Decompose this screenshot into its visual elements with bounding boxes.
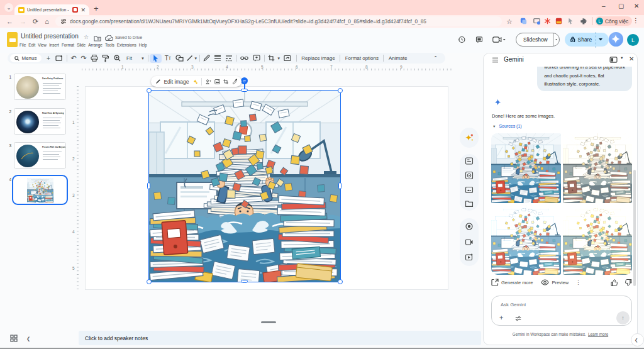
format-options-button[interactable]: Format options xyxy=(342,55,382,61)
crop-icon[interactable] xyxy=(266,53,277,64)
preview-eye-icon[interactable] xyxy=(541,279,549,285)
user-avatar[interactable]: L xyxy=(627,34,639,46)
comments-icon[interactable] xyxy=(475,36,483,43)
rail-record-icon[interactable] xyxy=(465,223,474,231)
omnibox[interactable]: docs.google.com/presentation/d/1WJNUaeu7… xyxy=(55,16,502,26)
gemini-spark-button[interactable] xyxy=(609,32,623,47)
refresh-icon[interactable]: ⟳ xyxy=(33,18,38,26)
menu-format[interactable]: Format xyxy=(60,41,75,50)
more-options-icon[interactable]: ⋮ xyxy=(575,280,580,285)
tab-close-icon[interactable]: ✕ xyxy=(80,7,86,13)
resize-handle-nw[interactable] xyxy=(147,88,152,93)
line-tool-icon[interactable] xyxy=(186,53,194,64)
rail-calendar-icon[interactable] xyxy=(465,157,474,165)
document-title[interactable]: Untitled presentation xyxy=(21,33,79,40)
resize-handle-se[interactable] xyxy=(338,279,343,284)
pen-icon[interactable] xyxy=(201,53,212,64)
resize-handle-w[interactable] xyxy=(147,182,150,189)
image-icon[interactable] xyxy=(214,79,220,85)
slides-logo[interactable] xyxy=(7,32,18,47)
panel-layout-icon[interactable] xyxy=(609,57,618,63)
browser-menu-icon[interactable]: ⋮ xyxy=(633,17,639,24)
rail-gemini-card[interactable] xyxy=(460,128,479,148)
share-button[interactable]: Share xyxy=(565,33,609,47)
select-tool-button[interactable] xyxy=(150,54,162,63)
line-tool-dropdown[interactable]: ▼ xyxy=(194,53,197,64)
preview-button[interactable]: Preview xyxy=(552,280,569,285)
replace-image-button[interactable]: Replace image xyxy=(298,55,338,61)
home-icon[interactable]: ⌂ xyxy=(45,18,49,25)
send-button[interactable]: ↑ xyxy=(616,311,630,324)
edit-image-toolbar[interactable]: Edit image xyxy=(151,76,242,87)
rail-drive-icon[interactable] xyxy=(465,186,474,194)
slide-thumbnail-4[interactable] xyxy=(14,177,66,203)
star-document-icon[interactable]: ☆ xyxy=(84,34,89,40)
menu-extensions[interactable]: Extensions xyxy=(116,41,138,50)
window-maximize-button[interactable]: ▢ xyxy=(618,3,624,9)
resize-handle-s[interactable] xyxy=(241,280,248,283)
slide-thumbnail-2[interactable]: Real-Time AI Syncing xyxy=(14,108,66,135)
menu-insert[interactable]: Insert xyxy=(48,41,60,50)
menu-edit[interactable]: Edit xyxy=(27,41,36,50)
bookmark-star-icon[interactable]: ☆ xyxy=(506,18,513,26)
text-box-icon[interactable]: TT xyxy=(162,53,174,64)
site-settings-icon[interactable] xyxy=(60,18,67,25)
shapes-icon[interactable] xyxy=(174,53,186,64)
menu-arrange[interactable]: Arrange xyxy=(87,41,104,50)
slideshow-dropdown-icon[interactable] xyxy=(553,37,559,42)
undo-icon[interactable]: ↶ xyxy=(69,53,79,64)
print-icon[interactable] xyxy=(89,53,99,64)
tune-icon[interactable] xyxy=(515,316,521,321)
crop-image-icon[interactable] xyxy=(223,79,228,85)
border-weight-icon[interactable] xyxy=(212,53,223,64)
share-dropdown-icon[interactable] xyxy=(596,37,605,42)
menu-help[interactable]: Help xyxy=(138,41,148,50)
version-history-icon[interactable] xyxy=(458,36,465,43)
menu-slide[interactable]: Slide xyxy=(75,41,87,50)
grid-view-icon[interactable] xyxy=(10,335,18,342)
attach-plus-icon[interactable]: + xyxy=(499,314,503,321)
toolbar-collapse-icon[interactable]: ⌃ xyxy=(433,55,438,61)
rail-contacts-icon[interactable] xyxy=(465,172,474,180)
profile-chip[interactable]: L Công việc xyxy=(595,16,632,26)
thumbs-down-icon[interactable] xyxy=(625,279,632,286)
resize-handle-ne[interactable] xyxy=(338,88,343,93)
toolbar-menus-search[interactable]: Menus xyxy=(10,54,42,62)
generated-image-3[interactable] xyxy=(491,205,561,275)
tab-search-button[interactable]: ⌄ xyxy=(4,3,13,12)
adblock-extension-icon[interactable] xyxy=(555,18,562,25)
saved-status[interactable]: Saved to Drive xyxy=(115,35,142,40)
rail-gemini-spark-icon[interactable] xyxy=(464,133,474,143)
rail-meet-icon[interactable] xyxy=(465,238,474,246)
insert-link-icon[interactable] xyxy=(238,53,250,64)
thumbs-up-icon[interactable] xyxy=(611,279,618,286)
redo-icon[interactable]: ↷ xyxy=(79,53,89,64)
rotate-handle[interactable]: ⟳ xyxy=(241,77,248,84)
slideshow-button[interactable]: Slideshow xyxy=(516,33,560,47)
speaker-notes[interactable]: Click to add speaker notes xyxy=(79,331,481,345)
remove-background-icon[interactable] xyxy=(206,79,211,85)
rail-add-video-icon[interactable] xyxy=(465,253,474,261)
collapse-filmstrip-icon[interactable]: ❮ xyxy=(26,336,30,341)
menu-file[interactable]: File xyxy=(18,41,27,50)
panel-layout-caret[interactable]: ▼ xyxy=(620,56,623,60)
close-panel-icon[interactable]: ✕ xyxy=(629,55,634,62)
new-tab-button[interactable]: + xyxy=(94,4,99,13)
replace-image-icon[interactable] xyxy=(280,53,294,64)
menu-hamburger-icon[interactable] xyxy=(492,57,499,63)
paint-format-icon[interactable] xyxy=(99,53,111,64)
rail-folder-icon[interactable] xyxy=(465,201,474,208)
zoom-in-plus-icon[interactable]: + xyxy=(43,53,53,64)
resize-handle-sw[interactable] xyxy=(147,279,152,284)
generated-image-2[interactable] xyxy=(563,133,633,203)
window-close-button[interactable]: ✕ xyxy=(634,3,639,9)
new-slide-icon[interactable] xyxy=(53,53,65,64)
cast-extension-icon[interactable] xyxy=(533,18,540,25)
add-comment-icon[interactable] xyxy=(250,53,262,64)
generate-more-icon[interactable] xyxy=(491,279,499,286)
resize-handle-e[interactable] xyxy=(338,182,341,189)
fit-zoom-select[interactable]: Fit▼ xyxy=(123,53,145,64)
ask-gemini-input[interactable]: Ask Gemini + ↑ xyxy=(491,296,632,326)
generate-more-button[interactable]: Generate more xyxy=(501,280,533,285)
gemini-scrollbar[interactable] xyxy=(633,170,636,286)
